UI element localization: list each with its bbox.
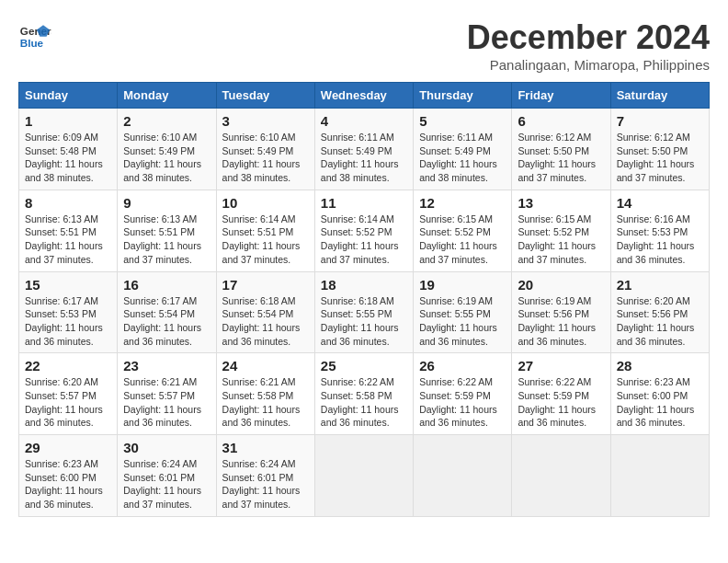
calendar-cell: 9Sunrise: 6:13 AM Sunset: 5:51 PM Daylig… <box>118 190 216 271</box>
column-headers: SundayMondayTuesdayWednesdayThursdayFrid… <box>19 83 710 109</box>
day-number: 27 <box>518 358 604 373</box>
day-number: 5 <box>419 113 506 129</box>
calendar-cell: 4Sunrise: 6:11 AM Sunset: 5:49 PM Daylig… <box>314 109 413 190</box>
day-number: 17 <box>222 277 309 293</box>
day-info: Sunrise: 6:12 AM Sunset: 5:50 PM Dayligh… <box>617 131 703 185</box>
day-number: 26 <box>419 358 506 373</box>
day-number: 11 <box>321 195 407 211</box>
calendar-cell: 23Sunrise: 6:21 AM Sunset: 5:57 PM Dayli… <box>118 353 216 435</box>
day-info: Sunrise: 6:13 AM Sunset: 5:51 PM Dayligh… <box>25 213 111 267</box>
day-number: 14 <box>617 195 703 211</box>
day-info: Sunrise: 6:20 AM Sunset: 5:56 PM Dayligh… <box>617 294 703 349</box>
col-header-saturday: Saturday <box>610 83 709 109</box>
day-info: Sunrise: 6:22 AM Sunset: 5:59 PM Dayligh… <box>419 375 506 430</box>
calendar-cell: 16Sunrise: 6:17 AM Sunset: 5:54 PM Dayli… <box>118 271 216 353</box>
calendar-table: SundayMondayTuesdayWednesdayThursdayFrid… <box>18 82 710 517</box>
day-info: Sunrise: 6:21 AM Sunset: 5:58 PM Dayligh… <box>222 375 309 430</box>
col-header-monday: Monday <box>118 83 216 109</box>
day-number: 8 <box>25 195 111 211</box>
day-info: Sunrise: 6:23 AM Sunset: 6:00 PM Dayligh… <box>617 375 703 430</box>
day-info: Sunrise: 6:19 AM Sunset: 5:55 PM Dayligh… <box>419 294 506 349</box>
col-header-tuesday: Tuesday <box>216 83 314 109</box>
day-number: 20 <box>518 277 604 293</box>
col-header-sunday: Sunday <box>19 83 118 109</box>
day-info: Sunrise: 6:22 AM Sunset: 5:58 PM Dayligh… <box>321 375 407 430</box>
day-number: 16 <box>123 277 210 293</box>
day-info: Sunrise: 6:17 AM Sunset: 5:53 PM Dayligh… <box>25 294 111 349</box>
calendar-cell: 26Sunrise: 6:22 AM Sunset: 5:59 PM Dayli… <box>414 353 512 435</box>
day-number: 7 <box>617 113 703 129</box>
day-number: 12 <box>419 195 506 211</box>
day-number: 21 <box>617 277 703 293</box>
day-info: Sunrise: 6:19 AM Sunset: 5:56 PM Dayligh… <box>518 294 604 349</box>
day-number: 24 <box>222 358 309 373</box>
day-info: Sunrise: 6:23 AM Sunset: 6:00 PM Dayligh… <box>25 457 111 511</box>
calendar-week-5: 29Sunrise: 6:23 AM Sunset: 6:00 PM Dayli… <box>19 435 710 517</box>
calendar-week-4: 22Sunrise: 6:20 AM Sunset: 5:57 PM Dayli… <box>19 353 710 435</box>
col-header-friday: Friday <box>512 83 610 109</box>
day-number: 31 <box>222 440 309 455</box>
day-number: 1 <box>25 113 111 129</box>
day-info: Sunrise: 6:17 AM Sunset: 5:54 PM Dayligh… <box>123 294 210 349</box>
calendar-cell: 1Sunrise: 6:09 AM Sunset: 5:48 PM Daylig… <box>19 109 118 190</box>
calendar-cell <box>512 435 610 517</box>
day-number: 23 <box>123 358 210 373</box>
calendar-cell: 10Sunrise: 6:14 AM Sunset: 5:51 PM Dayli… <box>216 190 314 271</box>
day-number: 2 <box>123 113 210 129</box>
location-subtitle: Panalingaan, Mimaropa, Philippines <box>467 57 710 73</box>
title-block: December 2024 Panalingaan, Mimaropa, Phi… <box>467 18 710 73</box>
day-info: Sunrise: 6:21 AM Sunset: 5:57 PM Dayligh… <box>123 375 210 430</box>
day-info: Sunrise: 6:09 AM Sunset: 5:48 PM Dayligh… <box>25 131 111 185</box>
calendar-cell: 31Sunrise: 6:24 AM Sunset: 6:01 PM Dayli… <box>216 435 314 517</box>
calendar-cell: 7Sunrise: 6:12 AM Sunset: 5:50 PM Daylig… <box>610 109 709 190</box>
calendar-cell: 20Sunrise: 6:19 AM Sunset: 5:56 PM Dayli… <box>512 271 610 353</box>
day-info: Sunrise: 6:10 AM Sunset: 5:49 PM Dayligh… <box>222 131 309 185</box>
calendar-body: 1Sunrise: 6:09 AM Sunset: 5:48 PM Daylig… <box>19 109 710 517</box>
calendar-cell: 8Sunrise: 6:13 AM Sunset: 5:51 PM Daylig… <box>19 190 118 271</box>
day-info: Sunrise: 6:18 AM Sunset: 5:55 PM Dayligh… <box>321 294 407 349</box>
day-info: Sunrise: 6:11 AM Sunset: 5:49 PM Dayligh… <box>321 131 407 185</box>
calendar-cell: 12Sunrise: 6:15 AM Sunset: 5:52 PM Dayli… <box>414 190 512 271</box>
day-number: 19 <box>419 277 506 293</box>
calendar-cell: 14Sunrise: 6:16 AM Sunset: 5:53 PM Dayli… <box>610 190 709 271</box>
svg-text:Blue: Blue <box>20 37 44 49</box>
calendar-cell: 18Sunrise: 6:18 AM Sunset: 5:55 PM Dayli… <box>314 271 413 353</box>
day-info: Sunrise: 6:15 AM Sunset: 5:52 PM Dayligh… <box>518 213 604 267</box>
calendar-cell <box>610 435 709 517</box>
calendar-cell: 15Sunrise: 6:17 AM Sunset: 5:53 PM Dayli… <box>19 271 118 353</box>
calendar-cell: 30Sunrise: 6:24 AM Sunset: 6:01 PM Dayli… <box>118 435 216 517</box>
calendar-cell: 5Sunrise: 6:11 AM Sunset: 5:49 PM Daylig… <box>414 109 512 190</box>
calendar-cell: 6Sunrise: 6:12 AM Sunset: 5:50 PM Daylig… <box>512 109 610 190</box>
calendar-cell: 22Sunrise: 6:20 AM Sunset: 5:57 PM Dayli… <box>19 353 118 435</box>
calendar-week-3: 15Sunrise: 6:17 AM Sunset: 5:53 PM Dayli… <box>19 271 710 353</box>
day-number: 4 <box>321 113 407 129</box>
calendar-week-2: 8Sunrise: 6:13 AM Sunset: 5:51 PM Daylig… <box>19 190 710 271</box>
day-info: Sunrise: 6:10 AM Sunset: 5:49 PM Dayligh… <box>123 131 210 185</box>
calendar-cell: 3Sunrise: 6:10 AM Sunset: 5:49 PM Daylig… <box>216 109 314 190</box>
day-info: Sunrise: 6:13 AM Sunset: 5:51 PM Dayligh… <box>123 213 210 267</box>
calendar-cell <box>314 435 413 517</box>
page-header: General Blue December 2024 Panalingaan, … <box>18 18 710 73</box>
day-info: Sunrise: 6:24 AM Sunset: 6:01 PM Dayligh… <box>123 457 210 511</box>
calendar-cell: 27Sunrise: 6:22 AM Sunset: 5:59 PM Dayli… <box>512 353 610 435</box>
day-info: Sunrise: 6:12 AM Sunset: 5:50 PM Dayligh… <box>518 131 604 185</box>
calendar-cell <box>414 435 512 517</box>
day-info: Sunrise: 6:11 AM Sunset: 5:49 PM Dayligh… <box>419 131 506 185</box>
day-info: Sunrise: 6:16 AM Sunset: 5:53 PM Dayligh… <box>617 213 703 267</box>
col-header-wednesday: Wednesday <box>314 83 413 109</box>
calendar-cell: 28Sunrise: 6:23 AM Sunset: 6:00 PM Dayli… <box>610 353 709 435</box>
calendar-cell: 21Sunrise: 6:20 AM Sunset: 5:56 PM Dayli… <box>610 271 709 353</box>
day-number: 18 <box>321 277 407 293</box>
month-title: December 2024 <box>467 18 710 57</box>
day-number: 30 <box>123 440 210 455</box>
day-number: 25 <box>321 358 407 373</box>
logo-icon: General Blue <box>18 18 51 52</box>
day-info: Sunrise: 6:24 AM Sunset: 6:01 PM Dayligh… <box>222 457 309 511</box>
day-info: Sunrise: 6:20 AM Sunset: 5:57 PM Dayligh… <box>25 375 111 430</box>
calendar-week-1: 1Sunrise: 6:09 AM Sunset: 5:48 PM Daylig… <box>19 109 710 190</box>
calendar-cell: 19Sunrise: 6:19 AM Sunset: 5:55 PM Dayli… <box>414 271 512 353</box>
calendar-cell: 11Sunrise: 6:14 AM Sunset: 5:52 PM Dayli… <box>314 190 413 271</box>
day-info: Sunrise: 6:22 AM Sunset: 5:59 PM Dayligh… <box>518 375 604 430</box>
day-info: Sunrise: 6:14 AM Sunset: 5:51 PM Dayligh… <box>222 213 309 267</box>
calendar-cell: 2Sunrise: 6:10 AM Sunset: 5:49 PM Daylig… <box>118 109 216 190</box>
